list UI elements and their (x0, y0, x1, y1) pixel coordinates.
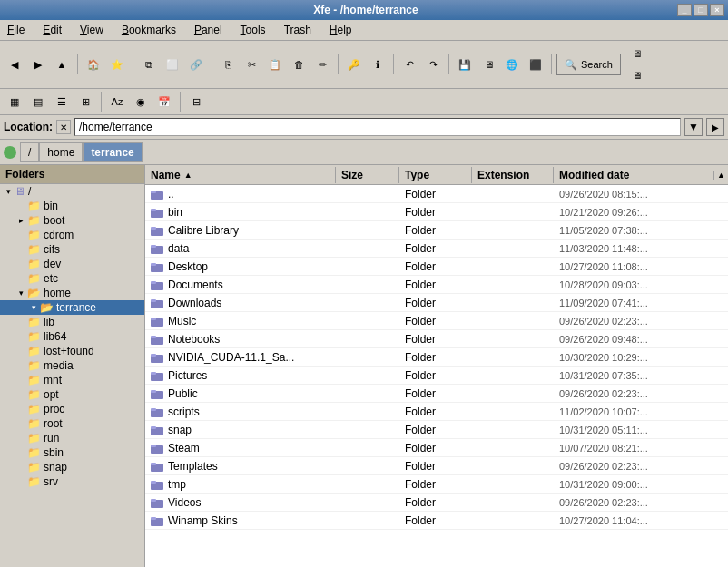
search-button[interactable]: 🔍 Search (556, 54, 621, 75)
expand-btn-dev[interactable] (15, 258, 27, 270)
sidebar-item-bin[interactable]: 📁bin (0, 199, 144, 213)
minimize-button[interactable]: _ (677, 4, 692, 16)
col-header-type[interactable]: Type (399, 167, 472, 183)
menu-file[interactable]: File (4, 22, 28, 38)
drives-button[interactable]: 💾 (454, 54, 476, 75)
expand-btn-snap[interactable] (15, 461, 27, 474)
menu-trash[interactable]: Trash (280, 22, 315, 38)
up-button[interactable]: ▲ (51, 54, 73, 75)
expand-btn-home[interactable]: ▾ (15, 287, 27, 299)
view-columns-button[interactable]: ⊞ (74, 91, 96, 112)
sidebar-item-lib64[interactable]: 📁lib64 (0, 329, 144, 344)
sidebar-item-opt[interactable]: 📁opt (0, 387, 144, 402)
view-icons-button[interactable]: ▦ (4, 91, 25, 112)
sidebar-item-media[interactable]: 📁media (0, 358, 144, 373)
menu-edit[interactable]: Edit (39, 22, 65, 38)
table-row[interactable]: SteamFolder10/07/2020 08:21:... (145, 439, 728, 457)
panel1-button[interactable]: 🖥 (626, 43, 648, 64)
back-button[interactable]: ◀ (4, 54, 25, 75)
table-row[interactable]: snapFolder10/31/2020 05:11:... (145, 421, 728, 439)
cut-button[interactable]: ✂ (241, 54, 262, 75)
rename-button[interactable]: ✏ (311, 54, 333, 75)
sidebar-item-boot[interactable]: ▸📁boot (0, 213, 144, 228)
undo-button[interactable]: ↶ (398, 54, 420, 75)
terminal-button[interactable]: 🖥 (477, 54, 499, 75)
expand-btn-sbin[interactable] (15, 446, 27, 459)
delete-button[interactable]: 🗑 (288, 54, 310, 75)
table-row[interactable]: TemplatesFolder09/26/2020 02:23:... (145, 457, 728, 475)
table-row[interactable]: DocumentsFolder10/28/2020 09:03:... (145, 276, 728, 294)
location-go-button[interactable]: ▶ (706, 118, 724, 136)
link-panel-button[interactable]: 🔗 (185, 54, 207, 75)
expand-btn-boot[interactable]: ▸ (15, 214, 27, 227)
menu-help[interactable]: Help (326, 22, 356, 38)
copy-button[interactable]: ⎘ (217, 54, 239, 75)
sidebar-item-cifs[interactable]: 📁cifs (0, 242, 144, 257)
expand-btn-opt[interactable] (15, 388, 27, 401)
maximize-button[interactable]: □ (694, 4, 708, 16)
expand-btn-lib64[interactable] (15, 330, 27, 343)
expand-btn-etc[interactable] (15, 272, 27, 285)
expand-btn-cifs[interactable] (15, 243, 27, 256)
expand-btn-mnt[interactable] (15, 374, 27, 386)
redo-button[interactable]: ↷ (422, 54, 444, 75)
location-clear-button[interactable]: ✕ (56, 120, 71, 134)
expand-btn-media[interactable] (15, 359, 27, 372)
forward-button[interactable]: ▶ (27, 54, 49, 75)
sidebar-item-proc[interactable]: 📁proc (0, 402, 144, 416)
copy-panel-button[interactable]: ⧉ (138, 54, 160, 75)
sidebar-item-mnt[interactable]: 📁mnt (0, 373, 144, 387)
sidebar-item-srv[interactable]: 📁srv (0, 474, 144, 489)
expand-btn-run[interactable] (15, 432, 27, 445)
expand-btn-lost[interactable] (15, 345, 27, 357)
col-header-date[interactable]: Modified date (554, 167, 713, 183)
breadcrumb-terrance[interactable]: terrance (83, 142, 142, 162)
location-dropdown-button[interactable]: ▼ (684, 118, 703, 136)
table-row[interactable]: Winamp SkinsFolder10/27/2020 11:04:... (145, 512, 728, 530)
breadcrumb-home[interactable]: home (39, 142, 83, 162)
table-row[interactable]: dataFolder11/03/2020 11:48:... (145, 240, 728, 258)
sidebar-item-run[interactable]: 📁run (0, 431, 144, 445)
col-header-name[interactable]: Name ▲ (145, 167, 336, 183)
sidebar-item-dev[interactable]: 📁dev (0, 257, 144, 271)
window-controls[interactable]: _ □ × (677, 4, 728, 16)
table-row[interactable]: tmpFolder10/31/2020 09:00:... (145, 475, 728, 494)
sidebar-item-lib[interactable]: 📁lib (0, 315, 144, 329)
home-button[interactable]: 🏠 (83, 54, 104, 75)
expand-btn-lib[interactable] (15, 316, 27, 328)
sidebar-tree[interactable]: ▾🖥/📁bin▸📁boot📁cdrom📁cifs📁dev📁etc▾📂home▾📂… (0, 184, 144, 567)
sidebar-item-home[interactable]: ▾📂home (0, 286, 144, 300)
breadcrumb-root[interactable]: / (20, 142, 39, 162)
bookmark-button[interactable]: ⭐ (106, 54, 128, 75)
col-header-ext[interactable]: Extension (472, 167, 554, 183)
sidebar-item-terrance[interactable]: ▾📂terrance (0, 300, 144, 315)
sidebar-item-lost[interactable]: 📁lost+found (0, 344, 144, 358)
view-details-button[interactable]: ☰ (51, 91, 73, 112)
table-row[interactable]: Calibre LibraryFolder11/05/2020 07:38:..… (145, 221, 728, 240)
menu-bookmarks[interactable]: Bookmarks (118, 22, 180, 38)
table-row[interactable]: scriptsFolder11/02/2020 10:07:... (145, 403, 728, 421)
info-button[interactable]: ℹ (367, 54, 389, 75)
table-row[interactable]: PublicFolder09/26/2020 02:23:... (145, 385, 728, 403)
expand-btn-bin[interactable] (15, 200, 27, 212)
sort-name-button[interactable]: Az (106, 91, 128, 112)
panel-layout-button[interactable]: ⊟ (185, 91, 207, 112)
move-panel-button[interactable]: ⬜ (162, 54, 183, 75)
table-row[interactable]: DownloadsFolder11/09/2020 07:41:... (145, 294, 728, 312)
expand-btn-terrance[interactable]: ▾ (27, 301, 40, 314)
table-row[interactable]: PicturesFolder10/31/2020 07:35:... (145, 367, 728, 385)
sidebar-item-etc[interactable]: 📁etc (0, 271, 144, 286)
menu-tools[interactable]: Tools (237, 22, 270, 38)
menu-panel[interactable]: Panel (191, 22, 226, 38)
filelist-scroll[interactable]: ..Folder09/26/2020 08:15:...binFolder10/… (145, 185, 728, 567)
sidebar-item-cdrom[interactable]: 📁cdrom (0, 228, 144, 242)
sidebar-item-snap[interactable]: 📁snap (0, 460, 144, 474)
net-button[interactable]: 🌐 (501, 54, 523, 75)
sort-date-button[interactable]: 📅 (153, 91, 175, 112)
expand-btn-cdrom[interactable] (15, 229, 27, 241)
table-row[interactable]: DesktopFolder10/27/2020 11:08:... (145, 258, 728, 276)
sort-type-button[interactable]: ◉ (130, 91, 152, 112)
paste-button[interactable]: 📋 (264, 54, 286, 75)
menu-view[interactable]: View (76, 22, 107, 38)
table-row[interactable]: NVIDIA_CUDA-11.1_Sa...Folder10/30/2020 1… (145, 348, 728, 367)
